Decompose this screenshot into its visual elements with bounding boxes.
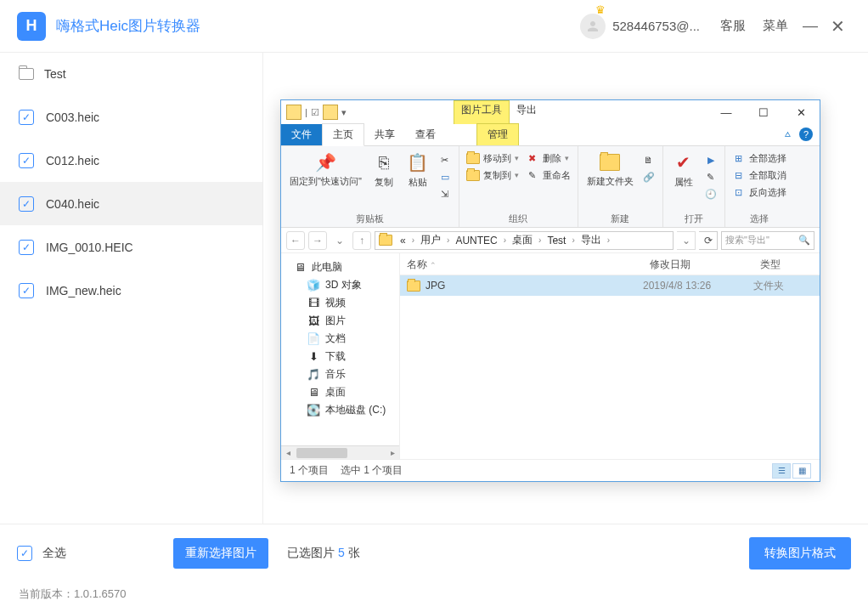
explorer-tree[interactable]: 🖥此电脑🧊3D 对象🎞视频🖼图片📄文档⬇下载🎵音乐🖥桌面💽本地磁盘 (C:) ◂… [281, 253, 400, 459]
tab-share[interactable]: 共享 [364, 124, 405, 145]
copy-button[interactable]: ⎘复制 [369, 149, 399, 190]
new-folder-button[interactable]: 新建文件夹 [583, 149, 637, 189]
sidebar-file-item[interactable]: ✓IMG_0010.HEIC [0, 225, 262, 269]
list-header[interactable]: 名称 ⌃ 修改日期 类型 [400, 253, 820, 275]
row-name: JPG [426, 280, 445, 292]
sidebar-folder[interactable]: Test [0, 53, 262, 95]
qat-check-icon[interactable]: ☑ [311, 107, 319, 118]
user-email[interactable]: 528446753@... [612, 19, 700, 33]
explorer-close-button[interactable]: ✕ [782, 100, 820, 124]
nav-history-button[interactable]: ⌄ [330, 231, 349, 250]
checkbox-icon: ✓ [19, 110, 34, 125]
tree-item[interactable]: 🖼图片 [281, 312, 399, 330]
folder-icon [600, 154, 620, 171]
view-icons-button[interactable]: ▦ [792, 463, 811, 479]
user-avatar[interactable]: ♛ [580, 14, 606, 39]
properties-button[interactable]: ✔属性 [668, 149, 699, 190]
file-name: IMG_new.heic [46, 284, 121, 298]
tree-item[interactable]: 🎞视频 [281, 294, 399, 312]
breadcrumb-segment[interactable]: AUNTEC [453, 235, 499, 246]
copy-to-button[interactable]: 复制到▾ [465, 167, 521, 183]
folder-icon [379, 235, 392, 246]
delete-button[interactable]: ✖删除▾ [524, 150, 572, 166]
refresh-button[interactable]: ⟳ [699, 231, 718, 250]
select-none-button[interactable]: ⊟全部取消 [730, 167, 788, 183]
scroll-thumb[interactable] [296, 448, 347, 458]
tree-item[interactable]: 🧊3D 对象 [281, 276, 399, 294]
select-all-label: 全选 [42, 546, 66, 561]
convert-button[interactable]: 转换图片格式 [749, 537, 851, 570]
tab-file[interactable]: 文件 [281, 124, 322, 145]
search-input[interactable]: 搜索"导出" 🔍 [721, 231, 814, 250]
cut-button[interactable]: ✂ [437, 152, 454, 167]
explorer-maximize-button[interactable]: ☐ [745, 100, 782, 124]
invert-icon: ⊡ [732, 185, 746, 199]
breadcrumb[interactable]: «›用户›AUNTEC›桌面›Test›导出› [375, 231, 674, 250]
chevron-right-icon: › [445, 235, 451, 245]
tab-home[interactable]: 主页 [322, 123, 364, 146]
col-date[interactable]: 修改日期 [643, 253, 753, 275]
app-logo: H [17, 12, 46, 41]
tab-manage[interactable]: 管理 [476, 123, 519, 145]
move-to-button[interactable]: 移动到▾ [465, 150, 521, 166]
rename-button[interactable]: ✎重命名 [524, 167, 572, 183]
chevron-right-icon: › [570, 235, 576, 245]
history-button[interactable]: 🕘 [702, 186, 719, 201]
sidebar-file-item[interactable]: ✓C040.heic [0, 182, 262, 225]
nav-back-button[interactable]: ← [286, 231, 305, 250]
view-details-button[interactable]: ☰ [772, 463, 791, 479]
qat-dropdown-icon[interactable]: ▾ [341, 107, 347, 118]
breadcrumb-dropdown[interactable]: ⌄ [677, 231, 696, 250]
status-item-count: 1 个项目 [290, 463, 329, 478]
easy-access-button[interactable]: 🔗 [640, 169, 657, 184]
new-item-icon: 🗎 [642, 153, 656, 167]
col-name[interactable]: 名称 ⌃ [400, 253, 643, 275]
breadcrumb-segment[interactable]: 用户 [418, 233, 443, 247]
tree-item[interactable]: 🖥桌面 [281, 383, 399, 401]
sidebar-file-item[interactable]: ✓C012.heic [0, 139, 262, 182]
tree-item[interactable]: 🖥此电脑 [281, 258, 399, 276]
invert-selection-button[interactable]: ⊡反向选择 [730, 184, 788, 200]
support-link[interactable]: 客服 [720, 18, 746, 34]
tree-item[interactable]: 💽本地磁盘 (C:) [281, 401, 399, 419]
collapse-ribbon-icon[interactable]: ㅿ [783, 128, 792, 141]
open-button[interactable]: ▶ [702, 152, 719, 167]
new-item-button[interactable]: 🗎 [640, 152, 657, 167]
select-all-button[interactable]: ⊞全部选择 [730, 150, 788, 166]
select-all[interactable]: ✓ 全选 [17, 546, 66, 561]
paste-shortcut-button[interactable]: ⇲ [437, 186, 454, 201]
paste-button[interactable]: 📋粘贴 [403, 149, 433, 190]
reselect-button[interactable]: 重新选择图片 [173, 538, 268, 569]
sidebar-file-item[interactable]: ✓C003.heic [0, 95, 262, 139]
edit-button[interactable]: ✎ [702, 169, 719, 184]
help-icon[interactable]: ? [799, 128, 813, 141]
tree-scrollbar[interactable]: ◂ ▸ [281, 445, 399, 459]
breadcrumb-segment[interactable]: 桌面 [510, 233, 535, 247]
minimize-button[interactable]: — [797, 17, 824, 35]
sidebar-file-item[interactable]: ✓IMG_new.heic [0, 269, 262, 312]
tree-item[interactable]: 🎵音乐 [281, 366, 399, 383]
list-row[interactable]: JPG2019/4/8 13:26文件夹 [400, 275, 820, 296]
nav-up-button[interactable]: ↑ [352, 231, 371, 250]
breadcrumb-segment[interactable]: 导出 [578, 233, 604, 247]
checkbox-icon: ✓ [19, 283, 34, 298]
breadcrumb-segment[interactable]: « [397, 235, 409, 246]
nav-forward-button[interactable]: → [308, 231, 327, 250]
col-type[interactable]: 类型 [753, 253, 820, 275]
scroll-left-icon[interactable]: ◂ [281, 448, 295, 457]
tab-view[interactable]: 查看 [405, 124, 446, 145]
folder-icon [323, 105, 338, 120]
copy-path-button[interactable]: ▭ [437, 169, 454, 184]
tools-context-tab[interactable]: 图片工具 [454, 100, 510, 124]
tree-label: 文档 [325, 332, 346, 346]
breadcrumb-segment[interactable]: Test [544, 235, 568, 246]
close-button[interactable]: ✕ [824, 16, 851, 37]
menu-link[interactable]: 菜单 [763, 18, 788, 34]
tree-item[interactable]: ⬇下载 [281, 348, 399, 366]
tree-item[interactable]: 📄文档 [281, 330, 399, 348]
pin-button[interactable]: 📌固定到"快速访问" [286, 149, 365, 189]
scroll-right-icon[interactable]: ▸ [386, 448, 399, 457]
explorer-minimize-button[interactable]: — [707, 100, 745, 124]
explorer-titlebar[interactable]: | ☑ ▾ 图片工具 导出 — ☐ ✕ [281, 100, 820, 124]
ribbon-group-select: 选择 [730, 211, 788, 227]
